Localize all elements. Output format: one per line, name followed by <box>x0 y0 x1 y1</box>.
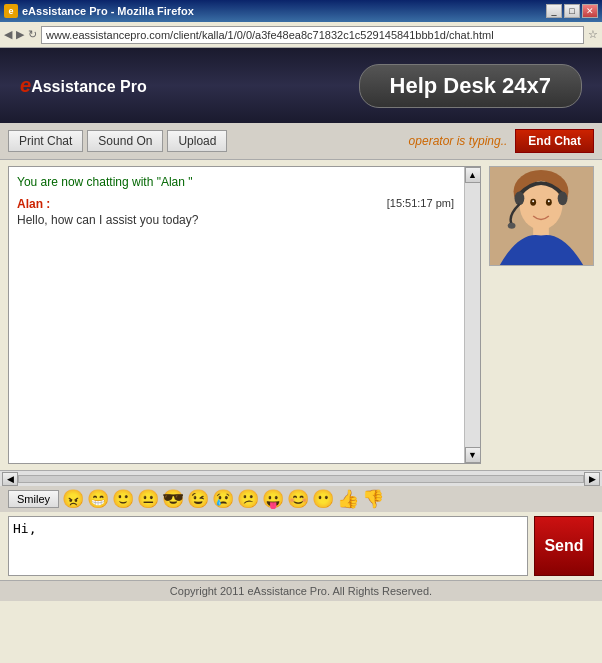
logo-brand: Assistance Pro <box>31 78 147 95</box>
chat-scrollbar-vertical[interactable]: ▲ ▼ <box>464 167 480 463</box>
toolbar: Print Chat Sound On Upload operator is t… <box>0 123 602 160</box>
window-title-text: eAssistance Pro - Mozilla Firefox <box>22 5 194 17</box>
address-input[interactable] <box>41 26 584 44</box>
logo-e: e <box>20 74 31 96</box>
refresh-icon[interactable]: ↻ <box>28 28 37 41</box>
window-title: e eAssistance Pro - Mozilla Firefox <box>4 4 194 18</box>
input-area: Hi, Send <box>0 512 602 580</box>
close-button[interactable]: ✕ <box>582 4 598 18</box>
forward-icon[interactable]: ▶ <box>16 28 24 41</box>
emoji-cool[interactable]: 😎 <box>162 490 184 508</box>
svg-point-6 <box>532 200 534 202</box>
print-chat-button[interactable]: Print Chat <box>8 130 83 152</box>
chat-text: Hello, how can I assist you today? <box>17 213 454 227</box>
svg-point-7 <box>548 200 550 202</box>
scroll-down-arrow[interactable]: ▼ <box>465 447 481 463</box>
footer: Copyright 2011 eAssistance Pro. All Righ… <box>0 580 602 601</box>
agent-photo <box>489 166 594 266</box>
emoji-tongue[interactable]: 😛 <box>262 490 284 508</box>
scroll-right-arrow[interactable]: ▶ <box>584 472 600 486</box>
chat-scrollbar-horizontal[interactable]: ◀ ▶ <box>0 470 602 486</box>
back-icon[interactable]: ◀ <box>4 28 12 41</box>
upload-button[interactable]: Upload <box>167 130 227 152</box>
emoji-neutral[interactable]: 😐 <box>137 490 159 508</box>
system-message: You are now chatting with "Alan " <box>17 175 454 189</box>
window-controls: _ □ ✕ <box>546 4 598 18</box>
scroll-up-arrow[interactable]: ▲ <box>465 167 481 183</box>
maximize-button[interactable]: □ <box>564 4 580 18</box>
emoji-thumbsdown[interactable]: 👎 <box>362 490 384 508</box>
chat-username: Alan : <box>17 197 50 211</box>
footer-text: Copyright 2011 eAssistance Pro. All Righ… <box>170 585 432 597</box>
smiley-bar: Smiley 😠 😁 🙂 😐 😎 😉 😢 😕 😛 😊 😶 👍 👎 <box>0 486 602 512</box>
emoji-grin[interactable]: 😁 <box>87 490 109 508</box>
toolbar-left: Print Chat Sound On Upload <box>8 130 227 152</box>
scroll-left-arrow[interactable]: ◀ <box>2 472 18 486</box>
logo: eAssistance Pro <box>20 74 147 97</box>
app-icon: e <box>4 4 18 18</box>
emoji-plain[interactable]: 😶 <box>312 490 334 508</box>
emoji-happy[interactable]: 😊 <box>287 490 309 508</box>
main-container: eAssistance Pro Help Desk 24x7 Print Cha… <box>0 48 602 663</box>
helpdesk-label: Help Desk 24x7 <box>359 64 582 108</box>
header-banner: eAssistance Pro Help Desk 24x7 <box>0 48 602 123</box>
emoji-thumbsup[interactable]: 👍 <box>337 490 359 508</box>
svg-point-9 <box>558 191 568 205</box>
emoji-sad[interactable]: 😢 <box>212 490 234 508</box>
sound-on-button[interactable]: Sound On <box>87 130 163 152</box>
svg-point-10 <box>508 223 516 229</box>
chat-time: [15:51:17 pm] <box>387 197 454 211</box>
end-chat-button[interactable]: End Chat <box>515 129 594 153</box>
svg-point-8 <box>515 191 525 205</box>
chat-content: You are now chatting with "Alan " Alan :… <box>9 167 480 235</box>
send-button[interactable]: Send <box>534 516 594 576</box>
smiley-button[interactable]: Smiley <box>8 490 59 508</box>
window-chrome: e eAssistance Pro - Mozilla Firefox _ □ … <box>0 0 602 22</box>
message-header: Alan : [15:51:17 pm] <box>17 197 454 211</box>
chat-input[interactable]: Hi, <box>8 516 528 576</box>
emoji-confused[interactable]: 😕 <box>237 490 259 508</box>
chat-box[interactable]: You are now chatting with "Alan " Alan :… <box>8 166 481 464</box>
emoji-angry[interactable]: 😠 <box>62 490 84 508</box>
minimize-button[interactable]: _ <box>546 4 562 18</box>
toolbar-right: operator is typing.. End Chat <box>409 129 594 153</box>
typing-status: operator is typing.. <box>409 134 508 148</box>
emoji-smile[interactable]: 🙂 <box>112 490 134 508</box>
scroll-track <box>18 475 584 483</box>
address-bar: ◀ ▶ ↻ ☆ <box>0 22 602 48</box>
emoji-wink[interactable]: 😉 <box>187 490 209 508</box>
chat-area: You are now chatting with "Alan " Alan :… <box>0 160 602 470</box>
logo-area: eAssistance Pro <box>20 74 147 97</box>
bookmark-icon[interactable]: ☆ <box>588 28 598 41</box>
